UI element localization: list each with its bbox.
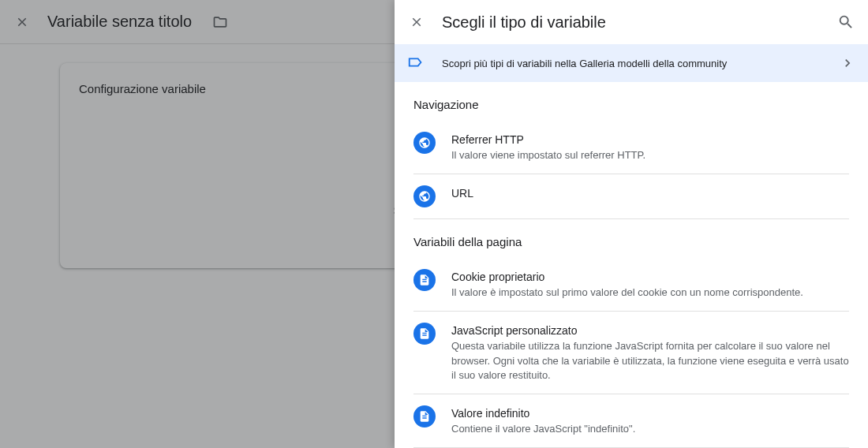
- variable-type-panel: Scegli il tipo di variabile Scopri più t…: [395, 0, 868, 448]
- close-icon[interactable]: [407, 13, 426, 32]
- tag-icon: [407, 54, 426, 73]
- variable-type-option[interactable]: JavaScript personalizzatoQuesta variabil…: [413, 311, 849, 394]
- community-gallery-banner[interactable]: Scopri più tipi di variabili nella Galle…: [395, 44, 868, 82]
- variable-description: Il valore è impostato sul primo valore d…: [451, 286, 849, 300]
- variable-description: Contiene il valore JavaScript "indefinit…: [451, 422, 849, 436]
- variable-section: NavigazioneReferrer HTTPIl valore viene …: [395, 82, 868, 219]
- variable-type-option[interactable]: URL: [413, 174, 849, 219]
- section-title: Navigazione: [413, 98, 849, 111]
- variable-name: JavaScript personalizzato: [451, 324, 849, 337]
- search-icon[interactable]: [836, 13, 855, 32]
- globe-icon: [413, 185, 436, 207]
- variable-name: Valore indefinito: [451, 407, 849, 420]
- variable-name: Cookie proprietario: [451, 271, 849, 283]
- page-icon: [413, 405, 436, 427]
- variable-description: Il valore viene impostato sul referrer H…: [451, 148, 849, 162]
- panel-title: Scegli il tipo di variabile: [442, 13, 821, 32]
- variable-section: Variabili della paginaCookie proprietari…: [395, 219, 868, 448]
- variable-type-option[interactable]: Referrer HTTPIl valore viene impostato s…: [413, 121, 849, 174]
- gallery-text: Scopri più tipi di variabili nella Galle…: [442, 58, 824, 69]
- globe-icon: [413, 132, 436, 154]
- variable-description: Questa variabile utilizza la funzione Ja…: [451, 339, 849, 383]
- page-icon: [413, 269, 436, 291]
- variable-name: Referrer HTTP: [451, 133, 849, 146]
- variable-type-option[interactable]: Valore indefinitoContiene il valore Java…: [413, 394, 849, 447]
- chevron-right-icon: [840, 55, 855, 71]
- page-icon: [413, 323, 436, 345]
- variable-type-option[interactable]: Cookie proprietarioIl valore è impostato…: [413, 258, 849, 311]
- variable-name: URL: [451, 187, 849, 200]
- section-title: Variabili della pagina: [413, 235, 849, 248]
